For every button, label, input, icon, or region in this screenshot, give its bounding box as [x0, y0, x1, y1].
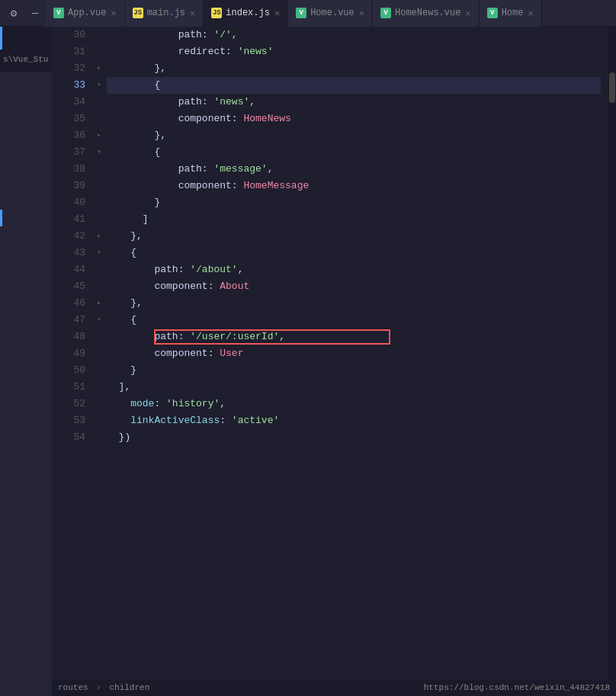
fold-icon — [91, 43, 107, 60]
url-display: https://blog.csdn.net/weixin_44827418 — [424, 683, 610, 692]
fold-icon[interactable]: ▸ — [91, 60, 107, 77]
tab-label: index.js — [226, 8, 270, 18]
fold-icon — [91, 345, 107, 362]
tab-close-icon[interactable]: ✕ — [465, 8, 470, 19]
tab-index-js[interactable]: JS index.js ✕ — [204, 0, 288, 27]
code-line: }, — [107, 60, 601, 77]
line-number: 44 — [52, 261, 85, 278]
vue-icon: V — [487, 8, 498, 18]
code-line: } — [107, 194, 601, 211]
code-line: path: '/user/:userId', — [107, 329, 601, 345]
line-number: 30 — [52, 27, 85, 43]
fold-icon — [91, 379, 107, 396]
code-line: redirect: 'news' — [107, 43, 601, 60]
breadcrumb: routes › children — [58, 683, 149, 692]
code-line: path: 'news', — [107, 94, 601, 111]
code-line: component: User — [107, 345, 601, 362]
code-line: component: HomeNews — [107, 111, 601, 127]
line-number: 43 — [52, 245, 85, 261]
main-layout: s\Vue_Stu 303132333435363738394041424344… — [0, 27, 616, 696]
tab-close-icon[interactable]: ✕ — [190, 8, 195, 19]
fold-icon[interactable]: ▸ — [91, 127, 107, 144]
line-number: 51 — [52, 379, 85, 396]
gutter: ▸▾▸▾▸▾▸▾ — [91, 27, 107, 696]
js-icon: JS — [211, 8, 222, 18]
scrollbar-thumb[interactable] — [609, 72, 615, 103]
vue-icon: V — [380, 8, 391, 18]
code-line: component: HomeMessage — [107, 178, 601, 194]
code-line: { — [107, 144, 601, 161]
code-line: linkActiveClass: 'active' — [107, 412, 601, 429]
code-line: path: 'message', — [107, 161, 601, 178]
line-number: 42 — [52, 228, 85, 245]
code-line: { — [107, 245, 601, 261]
tab-close-icon[interactable]: ✕ — [274, 8, 280, 19]
line-number: 34 — [52, 94, 85, 111]
code-line: mode: 'history', — [107, 396, 601, 412]
tab-label: HomeNews.vue — [395, 8, 460, 18]
fold-icon — [91, 111, 107, 127]
fold-icon — [91, 261, 107, 278]
line-number: 37 — [52, 144, 85, 161]
line-number: 35 — [52, 111, 85, 127]
active-indicator — [0, 27, 2, 50]
tab-homenews-vue[interactable]: V HomeNews.vue ✕ — [373, 0, 480, 27]
fold-icon — [91, 194, 107, 211]
line-number: 54 — [52, 429, 85, 446]
line-number: 52 — [52, 396, 85, 412]
line-number: 36 — [52, 127, 85, 144]
code-line: } — [107, 362, 601, 379]
line-number: 40 — [52, 194, 85, 211]
tab-close-icon[interactable]: ✕ — [528, 8, 533, 19]
code-line: path: '/', — [107, 27, 601, 43]
code-line: component: About — [107, 278, 601, 295]
tab-close-icon[interactable]: ✕ — [359, 8, 364, 19]
tab-close-icon[interactable]: ✕ — [111, 8, 116, 19]
line-number: 46 — [52, 295, 85, 312]
tab-label: Home — [502, 8, 524, 18]
scrollbar-track[interactable] — [608, 27, 616, 696]
tab-home-vue[interactable]: V Home.vue ✕ — [288, 0, 373, 27]
js-icon: JS — [133, 8, 143, 18]
code-line: ] — [107, 211, 601, 228]
line-number: 32 — [52, 60, 85, 77]
breadcrumb-routes: routes — [58, 683, 88, 692]
code-line: }, — [107, 127, 601, 144]
tab-app-vue[interactable]: V App.vue ✕ — [46, 0, 125, 27]
tab-main-js[interactable]: JS main.js ✕ — [125, 0, 204, 27]
fold-icon — [91, 94, 107, 111]
tab-home2-vue[interactable]: V Home ✕ — [480, 0, 542, 27]
fold-icon[interactable]: ▾ — [91, 245, 107, 261]
fold-icon — [91, 278, 107, 295]
line-number: 39 — [52, 178, 85, 194]
vue-icon: V — [296, 8, 306, 18]
line-number: 53 — [52, 412, 85, 429]
line-number: 49 — [52, 345, 85, 362]
fold-icon — [91, 161, 107, 178]
code-line: path: '/about', — [107, 261, 601, 278]
line-number: 33 — [52, 77, 85, 94]
line-number: 45 — [52, 278, 85, 295]
line-number: 48 — [52, 329, 85, 345]
fold-icon[interactable]: ▸ — [91, 295, 107, 312]
code-line: { — [107, 77, 601, 94]
code-area: 3031323334353637383940414243444546474849… — [52, 27, 616, 696]
code-line: { — [107, 312, 601, 329]
gear-button[interactable]: ⚙ — [3, 2, 24, 24]
fold-icon — [91, 329, 107, 345]
tab-bar: ⚙ — V App.vue ✕ JS main.js ✕ JS index.js… — [0, 0, 616, 27]
minimize-button[interactable]: — — [24, 2, 46, 24]
breadcrumb-children: children — [109, 683, 149, 692]
fold-icon[interactable]: ▾ — [91, 144, 107, 161]
fold-icon — [91, 396, 107, 412]
vue-icon: V — [53, 8, 64, 18]
code-line: }, — [107, 228, 601, 245]
fold-icon — [91, 211, 107, 228]
line-number: 47 — [52, 312, 85, 329]
fold-icon — [91, 178, 107, 194]
line-number: 50 — [52, 362, 85, 379]
fold-icon[interactable]: ▾ — [91, 77, 107, 94]
code-lines: path: '/', redirect: 'news' }, { path: '… — [107, 27, 608, 696]
fold-icon[interactable]: ▾ — [91, 312, 107, 329]
fold-icon[interactable]: ▸ — [91, 228, 107, 245]
